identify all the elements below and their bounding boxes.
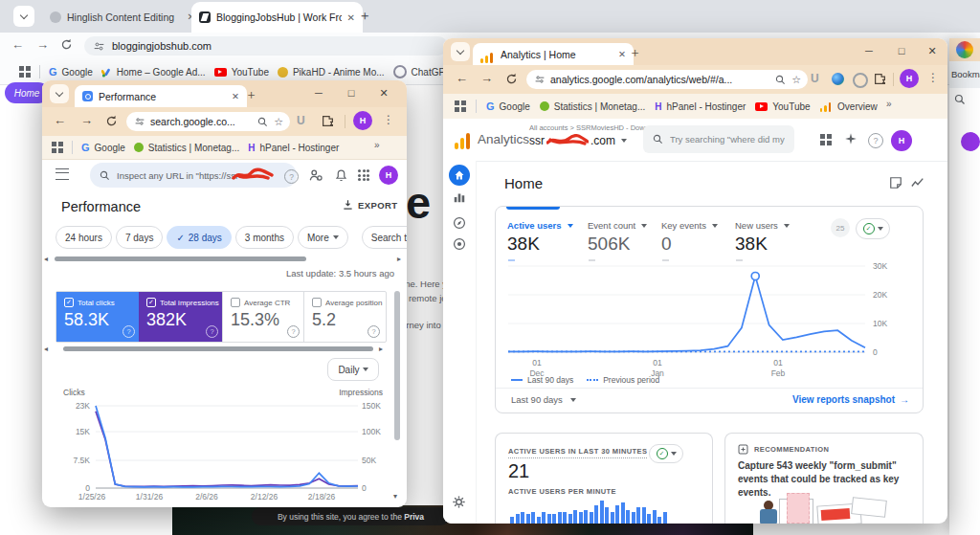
new-tab-button[interactable]: ＋ — [358, 8, 371, 25]
bookmark-google[interactable]: GGoogle — [486, 100, 530, 112]
globe-extension-icon[interactable] — [853, 73, 868, 88]
insights-icon[interactable] — [911, 176, 924, 189]
y-tick: 30K — [873, 261, 887, 271]
bookmark-monetag[interactable]: Statistics | Monetag... — [540, 101, 645, 112]
bg-tab-2-active[interactable]: BloggingJobsHub | Work From ✕ — [191, 2, 363, 33]
bookmark-star-icon[interactable]: ☆ — [791, 74, 801, 86]
bar — [594, 505, 598, 524]
bookmark-apps-icon[interactable] — [455, 100, 466, 112]
tab-search-button[interactable] — [451, 42, 470, 61]
bg-tab-1[interactable]: Hinglish Content Editing ✕ — [44, 4, 201, 30]
help-icon[interactable]: ? — [868, 133, 883, 148]
bar — [573, 510, 577, 524]
url-text: bloggingjobshub.com — [112, 40, 212, 52]
bookmark-apps-icon[interactable] — [19, 66, 31, 78]
bar — [621, 502, 625, 524]
bar — [600, 501, 604, 524]
chevron-down-icon — [671, 452, 677, 456]
bookmarks-overflow-icon[interactable]: » — [886, 99, 892, 109]
right-window-sliver: Bookmar — [949, 38, 980, 535]
bar — [657, 517, 661, 524]
bookmark-youtube[interactable]: YouTube — [214, 67, 269, 78]
bookmark-google[interactable]: GGoogle — [49, 66, 93, 78]
minimize-button[interactable]: ─ — [857, 45, 881, 56]
tab-title: Analytics | Home — [501, 49, 612, 60]
y-tick: 0 — [873, 347, 878, 357]
ga-url-bar[interactable]: analytics.google.com/analytics/web/#/a..… — [526, 70, 808, 89]
property-selector[interactable]: ssr .com — [529, 134, 627, 147]
bookmark-pikahd[interactable]: PikaHD - Anime Mo... — [278, 67, 385, 78]
bookmark-overview[interactable]: Overview — [820, 101, 878, 112]
bar — [636, 507, 640, 524]
reload-icon[interactable] — [505, 73, 518, 85]
tab-search-button[interactable] — [13, 6, 34, 27]
bar — [579, 512, 583, 524]
bookmark-hpanel[interactable]: HhPanel - Hostinger — [655, 101, 746, 112]
bookmark-google-ads[interactable]: Home – Google Ad... — [101, 67, 206, 78]
avatar[interactable] — [961, 132, 980, 151]
bg-url-bar[interactable]: bloggingjobshub.com — [84, 36, 448, 56]
search-console-window: Performance ✕ ＋ ─ □ ✕ ← → search.google.… — [42, 80, 407, 507]
bar — [563, 512, 567, 524]
forward-icon[interactable]: → — [36, 37, 49, 52]
illustration — [764, 493, 888, 524]
ga-apps-icon[interactable] — [820, 134, 832, 145]
notes-icon[interactable] — [889, 176, 902, 189]
recommendation-icon — [738, 444, 748, 455]
close-icon[interactable]: ✕ — [347, 12, 355, 23]
ga-tab[interactable]: Analytics | Home ✕ — [473, 43, 634, 65]
chevron-down-icon — [570, 398, 576, 402]
avatar[interactable] — [956, 41, 973, 58]
close-button[interactable]: ✕ — [920, 45, 945, 57]
search-icon[interactable] — [954, 94, 966, 105]
bar — [647, 514, 651, 524]
bar — [542, 512, 546, 524]
check-circle-icon: ✓ — [657, 448, 668, 459]
recommendation-card[interactable]: RECOMMENDATION Capture 543 weekly "form_… — [724, 433, 924, 524]
monetag-icon — [540, 101, 549, 111]
tab-title: Hinglish Content Editing — [67, 11, 182, 23]
search-icon — [653, 134, 663, 145]
view-reports-snapshot-link[interactable]: View reports snapshot→ — [783, 394, 909, 405]
menu-kebab-icon[interactable]: ⋮ — [927, 71, 939, 84]
realtime-card: ACTIVE USERS IN LAST 30 MINUTES ✓ 21 ACT… — [495, 433, 713, 524]
close-icon[interactable]: ✕ — [618, 49, 626, 59]
nav-explore-icon[interactable] — [453, 216, 466, 230]
account-breadcrumb[interactable]: All accounts > SSRMoviesHD - Downlo... — [529, 123, 660, 132]
realtime-value: 21 — [508, 460, 529, 482]
admin-gear-icon[interactable] — [452, 495, 466, 509]
zoom-icon[interactable] — [775, 75, 786, 85]
extensions-puzzle-icon[interactable] — [874, 73, 886, 85]
earth-extension-icon[interactable] — [832, 73, 844, 85]
recommendation-label: RECOMMENDATION — [754, 445, 829, 454]
nav-advertising-icon[interactable] — [453, 237, 466, 251]
legend-previous-period: Previous period — [587, 375, 659, 385]
extension-u-icon[interactable]: U — [811, 72, 819, 85]
bar — [632, 512, 635, 524]
nav-home-active[interactable] — [449, 165, 470, 186]
google-icon: G — [486, 100, 495, 112]
analytics-window: Analytics | Home ✕ ＋ ─ □ ✕ ← → analytics… — [443, 38, 947, 524]
tab-title: BloggingJobsHub | Work From — [216, 11, 342, 23]
bar — [531, 512, 535, 524]
arrow-right-icon: → — [900, 394, 909, 405]
profile-avatar[interactable]: H — [900, 69, 919, 88]
back-icon[interactable]: ← — [456, 71, 468, 85]
profile-avatar[interactable]: H — [891, 130, 912, 151]
ma maximize-button[interactable]: □ — [889, 45, 914, 56]
gemini-sparkle-icon[interactable] — [844, 132, 858, 145]
new-tab-button[interactable]: ＋ — [629, 44, 641, 61]
back-icon[interactable]: ← — [11, 37, 24, 52]
forward-icon[interactable]: → — [480, 71, 493, 85]
privacy-link[interactable]: Priva — [404, 512, 424, 522]
youtube-icon — [755, 102, 768, 111]
data-quality-pill[interactable]: ✓ — [649, 444, 683, 463]
chevron-down-icon — [20, 11, 28, 18]
reload-icon[interactable] — [60, 38, 73, 51]
site-favicon — [199, 11, 211, 23]
bookmark-youtube[interactable]: YouTube — [755, 101, 810, 112]
divider — [476, 100, 477, 113]
date-range-selector[interactable]: Last 90 days — [511, 394, 576, 405]
nav-reports-icon[interactable] — [453, 190, 466, 204]
ga-search-bar[interactable]: Try searching "where did my u... — [643, 125, 794, 153]
